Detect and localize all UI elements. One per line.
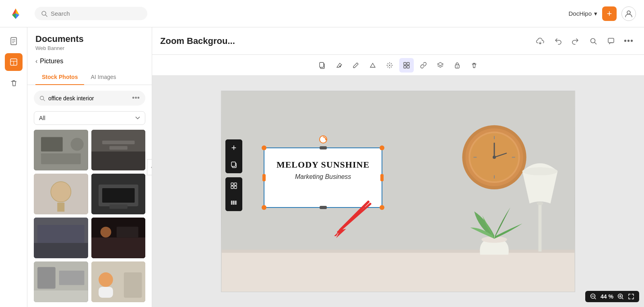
svg-point-40 [98, 272, 113, 287]
panel-search[interactable]: office desk interior ••• [34, 91, 145, 106]
card-element[interactable]: MELODY SUNSHINE Marketing Business [264, 147, 382, 208]
svg-point-22 [51, 182, 71, 202]
collapse-panel-button[interactable]: ‹ [147, 159, 152, 175]
add-button[interactable]: + [602, 6, 617, 21]
float-toolbar: + [225, 139, 242, 211]
card-subtitle: Marketing Business [264, 173, 382, 180]
svg-rect-29 [34, 243, 88, 258]
list-item[interactable] [91, 261, 146, 302]
svg-rect-91 [234, 186, 237, 189]
canvas-title: Zoom Backgrou... [160, 36, 235, 46]
app-logo[interactable] [8, 6, 23, 21]
svg-point-79 [522, 167, 558, 175]
pen-toolbar-button[interactable] [349, 58, 363, 73]
back-button[interactable]: ‹ [35, 58, 37, 65]
svg-line-56 [388, 66, 388, 67]
tab-stock-photos[interactable]: Stock Photos [35, 70, 84, 85]
svg-line-55 [391, 63, 392, 64]
grid-view-button[interactable] [225, 177, 242, 194]
fill-toolbar-button[interactable] [332, 58, 346, 73]
panel-search-input[interactable]: office desk interior [48, 95, 125, 102]
svg-rect-36 [37, 267, 56, 288]
canvas-tools: ••• [533, 34, 636, 48]
svg-rect-65 [222, 249, 574, 253]
card-title: MELODY SUNSHINE [264, 148, 382, 170]
svg-rect-60 [407, 66, 409, 68]
zoom-controls: 44 % [585, 291, 639, 302]
comment-button[interactable] [604, 34, 618, 48]
filter-row: All Horizontal Vertical Square [27, 111, 152, 130]
svg-rect-37 [59, 270, 85, 285]
cloud-save-button[interactable] [533, 34, 547, 48]
svg-rect-64 [222, 251, 574, 292]
list-item[interactable] [91, 130, 146, 170]
shape-toolbar-button[interactable] [365, 58, 380, 73]
brand-menu[interactable]: DocHipo ▾ [568, 10, 597, 17]
panel-header: Documents Web Banner [27, 27, 152, 53]
canvas-topbar: Zoom Backgrou... [152, 27, 644, 55]
image-grid [27, 130, 152, 307]
svg-rect-77 [539, 203, 542, 252]
svg-rect-20 [109, 146, 127, 150]
canvas-workspace[interactable]: MELODY SUNSHINE Marketing Business [152, 76, 644, 307]
svg-rect-19 [102, 141, 134, 144]
grid-toolbar-button[interactable] [399, 58, 414, 73]
add-element-button[interactable]: + [225, 139, 242, 156]
copy-toolbar-button[interactable] [315, 58, 329, 73]
list-item[interactable] [34, 261, 88, 302]
svg-rect-15 [41, 154, 81, 164]
sidebar-item-trash[interactable] [5, 74, 23, 92]
lock-toolbar-button[interactable] [450, 58, 464, 73]
list-item[interactable] [34, 218, 88, 258]
list-item[interactable] [91, 218, 146, 258]
more-options-button[interactable]: ••• [621, 34, 636, 48]
toolbar [152, 55, 644, 76]
fullscreen-button[interactable] [628, 293, 634, 300]
filter-select[interactable]: All Horizontal Vertical Square [34, 111, 145, 125]
redo-button[interactable] [568, 34, 583, 48]
svg-rect-90 [231, 186, 233, 189]
undo-button[interactable] [551, 34, 565, 48]
zoom-out-button[interactable] [590, 293, 597, 300]
svg-line-54 [391, 66, 392, 67]
search-icon [41, 10, 47, 17]
svg-rect-14 [41, 137, 63, 151]
duplicate-element-button[interactable] [225, 156, 242, 173]
svg-point-81 [481, 236, 507, 243]
barcode-button[interactable] [225, 194, 242, 211]
svg-line-12 [43, 99, 45, 101]
sidebar-item-template[interactable] [5, 53, 23, 71]
effects-toolbar-button[interactable] [382, 58, 397, 73]
svg-point-33 [100, 226, 111, 237]
svg-point-78 [537, 202, 543, 205]
search-bar[interactable]: Search [35, 7, 147, 20]
svg-point-3 [627, 11, 630, 14]
sidebar-item-document[interactable] [5, 32, 23, 50]
zoom-in-button[interactable] [617, 293, 624, 300]
svg-rect-88 [231, 183, 233, 185]
svg-rect-47 [320, 62, 324, 67]
canvas-frame: MELODY SUNSHINE Marketing Business [221, 91, 575, 292]
search-canvas-button[interactable] [586, 34, 601, 48]
main-area: Zoom Backgrou... [152, 27, 644, 307]
user-avatar[interactable] [621, 6, 636, 21]
delete-toolbar-button[interactable] [467, 58, 481, 73]
layers-toolbar-button[interactable] [433, 58, 448, 73]
svg-rect-18 [91, 151, 146, 170]
list-item[interactable] [34, 130, 88, 170]
list-item[interactable] [91, 174, 146, 214]
tab-ai-images[interactable]: AI Images [84, 70, 122, 85]
float-btn-group-top: + [225, 139, 242, 173]
side-panel: Documents Web Banner ‹ Pictures Stock Ph… [27, 27, 152, 307]
tab-row: Stock Photos AI Images [27, 70, 152, 85]
svg-rect-97 [236, 201, 237, 205]
panel-search-icon [39, 95, 45, 101]
link-toolbar-button[interactable] [416, 58, 431, 73]
svg-rect-89 [234, 183, 237, 185]
panel-nav-title: Pictures [40, 58, 63, 65]
search-more-button[interactable]: ••• [132, 94, 140, 102]
zoom-level: 44 % [601, 293, 613, 300]
svg-line-2 [45, 15, 47, 17]
list-item[interactable] [34, 174, 88, 214]
search-input[interactable]: Search [51, 10, 139, 17]
